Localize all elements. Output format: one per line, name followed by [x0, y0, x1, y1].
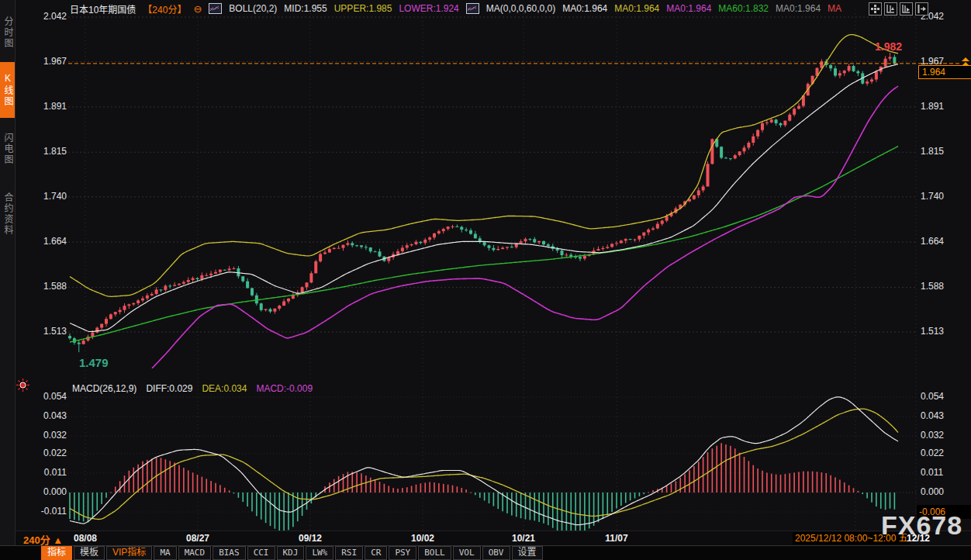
mini-chart-icon [466, 3, 479, 14]
price-axis-label-right: 1.588 [921, 281, 944, 292]
date-axis-label: 10/21 [512, 533, 535, 544]
high-price-label: 1.982 [875, 40, 902, 53]
indicator-dot-icon[interactable] [16, 379, 29, 395]
macd-params: MACD(26,12,9) [72, 383, 136, 394]
ma60-value: MA60:1.832 [718, 3, 769, 14]
price-chart-canvas[interactable] [0, 0, 971, 560]
ma0-white-value: MA0:1.964 [562, 3, 607, 14]
arrow-up-icon: ▲ [53, 534, 63, 546]
circle-minus-icon[interactable]: ⊖ [193, 4, 202, 14]
macd-axis-label-left: 0.011 [22, 467, 67, 478]
ma0-gray-value: MA0:1.964 [776, 3, 821, 14]
date-axis-label: 10/02 [411, 533, 434, 544]
toolbar-button-LW%[interactable]: LW% [306, 546, 333, 560]
current-date-label: 12/12 [907, 533, 930, 544]
sub-panel-icon[interactable] [900, 2, 913, 16]
sidebar-tab-闪电图[interactable]: 闪电图 [0, 121, 15, 177]
sidebar-tab-分时图[interactable]: 分时图 [0, 5, 15, 60]
price-axis-label-right: 1.664 [921, 236, 944, 247]
date-axis-label: 08/08 [74, 533, 97, 544]
toolbar-button-模板[interactable]: 模板 [74, 546, 105, 560]
toolbar-button-VIP指标[interactable]: VIP指标 [106, 546, 152, 560]
pan-icon[interactable] [869, 2, 882, 16]
chart-header: 日本10年期国债【240分】⊖BOLL(20,2)MID:1.955UPPER:… [70, 2, 841, 15]
toolbar-button-KDJ[interactable]: KDJ [277, 546, 305, 560]
period-label: 【240分】 [143, 2, 186, 16]
macd-value: MACD:-0.009 [256, 383, 313, 394]
boll-upper-value: UPPER:1.985 [334, 3, 392, 14]
price-axis-label-left: 1.815 [22, 146, 67, 157]
price-axis-label-right: 1.740 [921, 191, 944, 202]
macd-header: MACD(26,12,9)DIFF:0.029DEA:0.034MACD:-0.… [72, 383, 313, 394]
ma-label: MA(0,0,0,60,0,0) [486, 3, 555, 14]
toolbar-button-OBV[interactable]: OBV [482, 546, 510, 560]
macd-axis-label-left: -0.011 [22, 506, 67, 517]
macd-axis-label-right: 0.000 [921, 486, 944, 497]
toolbar-button-VOL[interactable]: VOL [453, 546, 481, 560]
trading-app-window: 分时图K线图闪电图合约资料 日本10年期国债【240分】⊖BOLL(20,2)M… [0, 0, 971, 560]
main-panel-icon[interactable] [884, 2, 897, 16]
ma0-yellow-value: MA0:1.964 [614, 3, 659, 14]
toolbar-button-设置[interactable]: 设置 [512, 546, 543, 560]
dea-value: DEA:0.034 [202, 383, 247, 394]
price-axis-label-left: 1.740 [22, 191, 67, 202]
macd-axis-label-left: 0.022 [22, 448, 67, 458]
price-axis-label-right: 1.513 [921, 326, 944, 337]
price-axis-label-left: 1.664 [22, 236, 67, 247]
toolbar-button-RSI[interactable]: RSI [335, 546, 363, 560]
sidebar-tab-合约资料[interactable]: 合约资料 [0, 178, 15, 250]
toolbar-button-BOLL[interactable]: BOLL [418, 546, 451, 560]
low-price-label: 1.479 [79, 356, 109, 369]
indicator-toolbar: 指标模板VIP指标MAMACDBIASCCIKDJLW%RSICRPSYBOLL… [0, 545, 971, 560]
macd-axis-label-right: 0.043 [921, 410, 944, 421]
chart-toolbox [869, 2, 928, 16]
date-axis-label: 08/27 [186, 533, 209, 544]
toolbar-button-CCI[interactable]: CCI [247, 546, 275, 560]
toolbar-button-指标[interactable]: 指标 [41, 546, 72, 560]
price-axis-label-left: 1.891 [22, 101, 67, 112]
session-time-label: 2025/12/12 08:00~12:00 五 [793, 532, 911, 544]
price-axis-label-right: 1.891 [921, 101, 944, 112]
instrument-title: 日本10年期国债 [70, 2, 136, 16]
expand-right-icon[interactable] [915, 2, 928, 16]
price-axis-label-right: 1.815 [921, 146, 944, 157]
toolbar-button-BIAS[interactable]: BIAS [213, 546, 246, 560]
sidebar-tab-K线图[interactable]: K线图 [0, 62, 15, 118]
boll-lower-value: LOWER:1.924 [399, 3, 458, 14]
toolbar-button-MA[interactable]: MA [154, 546, 176, 560]
macd-axis-label-right: 0.022 [921, 448, 944, 458]
date-axis-label: 09/12 [299, 533, 322, 544]
price-axis-label-left: 1.967 [22, 56, 67, 67]
macd-axis-label-right: 0.032 [921, 430, 944, 441]
mini-chart-icon [209, 3, 222, 14]
macd-axis-label-left: 0.043 [22, 410, 67, 421]
price-axis-label-left: 1.513 [22, 326, 67, 337]
macd-axis-label-left: 0.032 [22, 430, 67, 441]
boll-mid-value: MID:1.955 [284, 3, 327, 14]
price-axis-label-left: 1.588 [22, 281, 67, 292]
toolbar-button-MACD[interactable]: MACD [178, 546, 212, 560]
macd-current-box: -0.006 [917, 505, 971, 519]
ma0-magenta-value: MA0:1.964 [666, 3, 711, 14]
toolbar-button-PSY[interactable]: PSY [389, 546, 416, 560]
boll-label: BOLL(20,2) [229, 3, 277, 14]
toolbar-button-CR[interactable]: CR [365, 546, 387, 560]
macd-axis-label-left: 0.000 [22, 486, 67, 497]
diff-value: DIFF:0.029 [146, 383, 192, 394]
left-sidebar: 分时图K线图闪电图合约资料 [0, 0, 16, 560]
price-axis-label-left: 2.042 [22, 11, 67, 22]
date-axis-label: 11/07 [605, 533, 627, 544]
macd-axis-label-right: 0.054 [921, 391, 944, 402]
current-price-box: 1.964 [918, 65, 971, 79]
macd-axis-label-right: 0.011 [921, 467, 943, 478]
ma-red-label: MA [828, 3, 841, 14]
